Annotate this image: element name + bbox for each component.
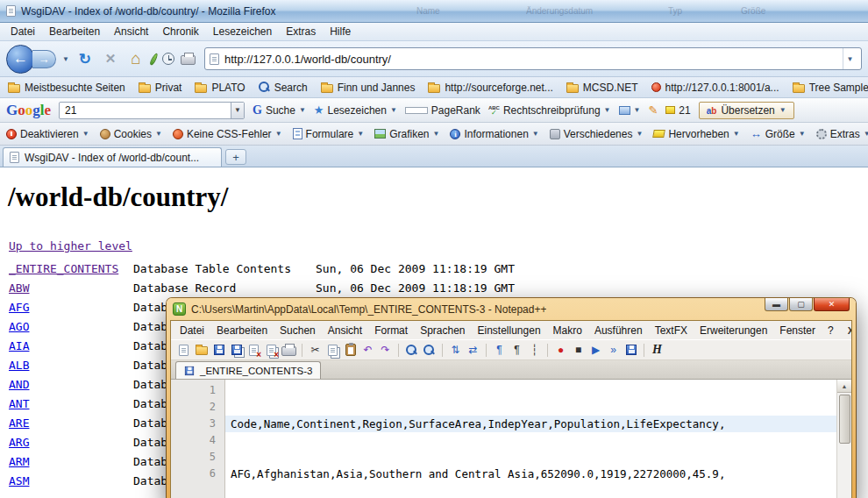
webdev-groesse[interactable]: ↔Größe▼ [751,127,806,140]
google-lesezeichen-button[interactable]: ★Lesezeichen▼ [314,103,397,117]
entry-link[interactable]: _ENTIRE_CONTENTS [9,262,133,275]
webdev-css[interactable]: Keine CSS-Fehler▼ [173,128,282,140]
webdev-cookies[interactable]: Cookies▼ [100,128,162,140]
google-search-input[interactable]: 21 [60,104,231,117]
cut-icon[interactable]: ✂ [308,343,323,358]
bookmark-search[interactable]: Search [259,82,308,94]
npp-menu-erweiterungen[interactable]: Erweiterungen [694,323,773,338]
record-macro-icon[interactable]: ● [553,343,568,358]
sync-horizontal-icon[interactable]: ⇄ [466,343,480,358]
google-suche-button[interactable]: GSuche▼ [253,103,306,117]
menu-extras[interactable]: Extras [279,24,323,39]
url-dropdown-icon[interactable]: ▼ [843,48,857,69]
up-to-higher-level-link[interactable]: Up to higher level [9,239,132,253]
webdev-hervorheben[interactable]: Hervorheben▼ [653,128,739,140]
entry-link[interactable]: ALB [9,359,133,372]
entry-link[interactable]: ARM [9,455,133,468]
run-macro-multiple-icon[interactable]: » [606,343,621,358]
save-icon[interactable] [211,343,226,358]
menu-datei[interactable]: Datei [4,24,42,39]
show-all-characters-icon[interactable]: ¶ [509,343,524,358]
url-input[interactable]: http://127.0.0.1/world-db/country/ [224,53,837,66]
pencil-icon[interactable]: ✎ [648,103,658,117]
new-file-icon[interactable] [176,343,191,358]
find-icon[interactable] [404,343,419,358]
bookmark-sourceforge[interactable]: http://sourceforge.net... [428,82,552,94]
bookmark-localhost-8001[interactable]: http://127.0.0.1:8001/a... [651,82,779,94]
notepad-titlebar[interactable]: N C:\Users\Martin\AppData\Local\Temp\_EN… [170,298,852,320]
menu-lesezeichen[interactable]: Lesezeichen [206,24,279,39]
play-macro-icon[interactable]: ▶ [588,343,603,358]
vertical-scrollbar[interactable]: ▲ [836,380,851,498]
code-area[interactable]: Code,Name,Continent,Region,SurfaceArea,I… [225,380,836,498]
stop-button[interactable]: ✕ [101,51,120,67]
google-search-box[interactable]: 21 ▼ [59,102,245,119]
npp-menu-format[interactable]: Format [368,323,414,338]
print-icon[interactable] [181,55,196,65]
redo-icon[interactable]: ↷ [378,343,393,358]
history-clock-icon[interactable] [162,53,174,65]
npp-menu-ausfuehren[interactable]: Ausführen [588,323,649,338]
indent-guide-icon[interactable]: ┆ [527,343,542,358]
feather-icon[interactable] [149,52,159,66]
bookmark-tree-samples[interactable]: Tree Samples [793,82,868,94]
webdev-informationen[interactable]: iInformationen▼ [450,128,538,140]
notepad-tab[interactable]: _ENTIRE_CONTENTS-3 [175,361,321,379]
npp-menu-einstellungen[interactable]: Einstellungen [472,323,547,338]
stop-macro-icon[interactable]: ■ [571,343,586,358]
scroll-up-arrow[interactable]: ▲ [837,380,851,393]
npp-menu-datei[interactable]: Datei [174,323,210,338]
back-button[interactable]: ← [6,45,35,74]
npp-menu-makro[interactable]: Makro [547,323,588,338]
search-dropdown-icon[interactable]: ▼ [231,103,244,118]
history-dropdown-icon[interactable]: ▼ [62,55,69,63]
minimize-button[interactable]: ▬ [765,298,788,311]
new-tab-button[interactable]: + [225,149,246,165]
notepad-editor[interactable]: 1 2 3 4 5 6 Code,Name,Continent,Region,S… [171,380,851,498]
npp-menu-help[interactable]: ? [822,323,840,338]
sync-vertical-icon[interactable]: ⇅ [448,343,463,358]
send-to-button[interactable]: ▼ [619,106,641,115]
highlight-button[interactable]: 21 [665,104,690,117]
copy-icon[interactable] [325,343,340,358]
entry-link[interactable]: ARE [9,416,133,430]
tab-wsgidav[interactable]: WsgiDAV - Index of /world-db/count... [3,147,222,167]
save-macro-icon[interactable] [623,343,638,358]
bookmark-finn-und-jannes[interactable]: Finn und Jannes [321,82,416,94]
replace-icon[interactable] [422,343,437,358]
entry-link[interactable]: ASM [9,474,133,487]
npp-menu-fenster[interactable]: Fenster [773,323,822,338]
webdev-grafiken[interactable]: Grafiken▼ [374,128,439,140]
entry-link[interactable]: AFG [9,301,133,314]
bookmark-plato[interactable]: PLATO [195,82,245,94]
webdev-formulare[interactable]: Formulare▼ [293,128,365,140]
reload-button[interactable]: ↻ [75,50,95,68]
forward-button[interactable]: → [32,50,56,68]
webdev-deaktivieren[interactable]: Deaktivieren▼ [6,128,89,140]
url-bar[interactable]: http://127.0.0.1/world-db/country/ ▼ [204,47,862,70]
webdev-verschiedenes[interactable]: Verschiedenes▼ [550,128,644,140]
bookmark-privat[interactable]: Privat [139,82,182,94]
npp-menu-sprachen[interactable]: Sprachen [414,323,471,338]
entry-link[interactable]: ABW [9,281,133,295]
print-icon[interactable] [281,343,296,358]
maximize-button[interactable]: ▢ [789,298,813,311]
undo-icon[interactable]: ↶ [360,343,375,358]
home-button[interactable]: ⌂ [126,49,146,68]
entry-link[interactable]: AGO [9,320,133,333]
titlebar[interactable]: WsgiDAV - Index of /world-db/country/ - … [0,0,868,23]
npp-menu-textfx[interactable]: TextFX [649,323,694,338]
close-button[interactable]: ✕ [814,298,850,311]
paste-icon[interactable] [343,343,358,358]
spellcheck-button[interactable]: ABC✓Rechtschreibprüfung▼ [488,104,611,117]
entry-link[interactable]: AND [9,378,133,391]
scrollbar-thumb[interactable] [839,395,850,444]
bookmark-mcsd-net[interactable]: MCSD.NET [566,82,638,94]
npp-menu-suchen[interactable]: Suchen [274,323,322,338]
entry-link[interactable]: AIA [9,339,133,352]
npp-menu-close-x[interactable]: X [840,325,852,336]
webdev-extras[interactable]: Extras▼ [816,128,868,140]
entry-link[interactable]: ARG [9,436,133,449]
npp-menu-ansicht[interactable]: Ansicht [322,323,368,338]
bookmark-meistbesuchte-seiten[interactable]: Meistbesuchte Seiten [8,82,125,94]
